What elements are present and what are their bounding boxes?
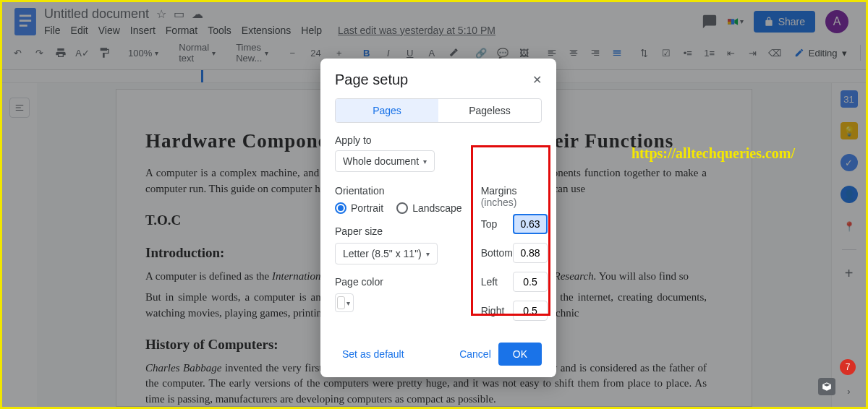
explore-icon[interactable] [818, 378, 835, 395]
margin-bottom-label: Bottom [481, 247, 513, 259]
margin-left-label: Left [481, 276, 498, 288]
page-color-select[interactable]: ▾ [335, 293, 354, 312]
ok-button[interactable]: OK [498, 343, 542, 366]
margin-top-input[interactable] [513, 214, 548, 234]
margin-top-label: Top [481, 218, 498, 230]
notification-badge[interactable]: 7 [840, 359, 856, 375]
margin-left-input[interactable] [513, 272, 548, 292]
radio-portrait[interactable]: Portrait [335, 202, 383, 214]
tab-pageless[interactable]: Pageless [438, 99, 541, 122]
paper-size-select[interactable]: Letter (8.5" x 11")▾ [335, 243, 438, 264]
set-default-button[interactable]: Set as default [335, 343, 412, 366]
margin-bottom-input[interactable] [513, 243, 548, 263]
chevron-down-icon: ▾ [423, 158, 427, 165]
margin-right-input[interactable] [513, 301, 548, 321]
chevron-down-icon: ▾ [346, 299, 350, 307]
margins-label: Margins (inches) [481, 185, 548, 208]
watermark-link: https://alltechqueries.com/ [631, 145, 795, 162]
color-swatch-white [337, 296, 345, 309]
apply-to-select[interactable]: Whole document▾ [335, 150, 435, 172]
page-setup-dialog: Page setup ✕ Pages Pageless Apply to Who… [320, 59, 556, 377]
dialog-title: Page setup [335, 72, 408, 88]
tab-pages[interactable]: Pages [336, 99, 438, 122]
radio-landscape[interactable]: Landscape [396, 202, 462, 214]
orientation-label: Orientation [335, 185, 462, 197]
paper-size-label: Paper size [335, 225, 462, 237]
chevron-down-icon: ▾ [426, 250, 430, 258]
apply-to-label: Apply to [335, 134, 542, 146]
margin-right-label: Right [481, 305, 505, 317]
close-icon[interactable]: ✕ [532, 73, 542, 87]
cancel-button[interactable]: Cancel [452, 343, 498, 366]
page-color-label: Page color [335, 276, 462, 288]
